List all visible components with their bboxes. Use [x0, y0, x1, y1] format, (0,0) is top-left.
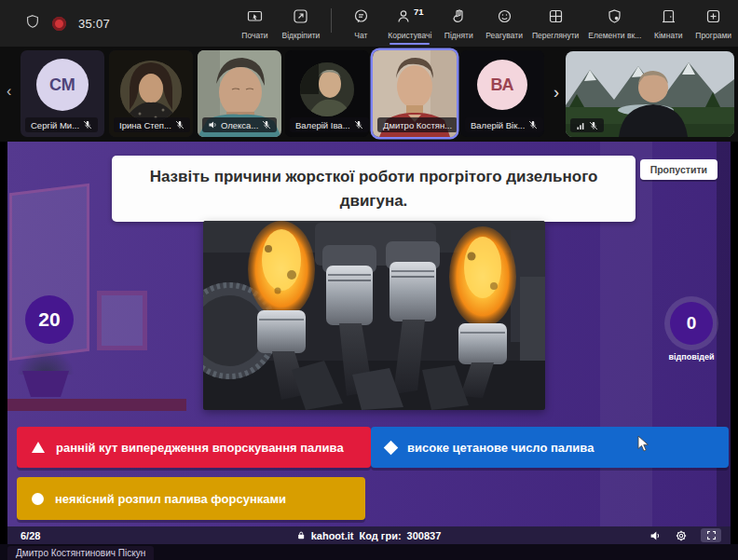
kahoot-site: kahoot.it	[311, 530, 354, 541]
scroll-left-chevron-icon[interactable]: ‹	[7, 84, 11, 99]
grid-icon	[548, 8, 564, 28]
participant-name-label: Сергій Ми...	[25, 117, 98, 132]
participant-tile-large[interactable]	[566, 51, 734, 137]
mic-off-icon	[354, 120, 363, 130]
share-screen-icon	[247, 8, 263, 28]
game-code-label: Код гри:	[360, 530, 402, 541]
answer-option-blue: високе цетанове число палива	[371, 427, 729, 468]
security-shield-icon	[25, 14, 40, 33]
mic-off-icon	[83, 120, 92, 130]
rooms-button[interactable]: Кімнати	[646, 1, 690, 46]
speaker-icon[interactable]	[649, 530, 662, 541]
teams-meeting-window: 35:07 Почати Відкріпити Чат	[0, 0, 738, 560]
popout-icon	[293, 8, 308, 28]
answer-option-yellow: неякісний розпил палива форсунками	[17, 477, 365, 520]
meeting-toolbar: 35:07 Почати Відкріпити Чат	[0, 0, 738, 47]
lock-icon	[297, 530, 306, 540]
react-button[interactable]: Реагувати	[481, 1, 527, 46]
kahoot-footer: 6/28 kahoot.it Код гри: 300837	[7, 526, 731, 544]
question-media	[203, 221, 545, 410]
active-tab-underline	[390, 43, 430, 46]
mic-off-icon	[175, 120, 184, 130]
participant-tile[interactable]: ВА Валерій Вік...	[460, 50, 544, 137]
people-icon	[396, 8, 412, 28]
chat-icon	[353, 8, 369, 28]
participant-name-label: Валерій Вік...	[465, 117, 543, 132]
raise-hand-icon	[451, 8, 467, 28]
apps-plus-icon	[705, 8, 721, 28]
footer-controls	[649, 528, 731, 542]
participant-name-label: Валерій Іва...	[290, 117, 369, 132]
rooms-icon	[661, 8, 676, 28]
participant-tile-active-speaker[interactable]: Дмитро Костян...	[373, 50, 457, 137]
avatar: СМ	[36, 59, 89, 111]
fullscreen-button[interactable]	[701, 528, 721, 542]
mic-off-icon	[589, 121, 598, 130]
mic-off-icon	[528, 120, 538, 130]
answers-count-label: відповідей	[654, 352, 729, 362]
triangle-icon	[32, 442, 45, 453]
background-plant	[17, 348, 75, 375]
participant-tile[interactable]: Ірина Степ...	[109, 50, 193, 137]
background-picture-frame	[97, 291, 147, 350]
toolbar-divider	[331, 8, 332, 33]
presenter-name-label: Дмитро Костянтинович Піскун	[7, 546, 154, 560]
question-card: Назвіть причини жорсткої роботи прогріто…	[112, 156, 636, 222]
meeting-elements-button[interactable]: Елементи вк...	[583, 1, 646, 46]
fullscreen-icon	[706, 530, 717, 540]
settings-gear-icon[interactable]	[676, 530, 687, 541]
answers-count: 0	[670, 302, 713, 345]
view-button[interactable]: Переглянути	[527, 1, 583, 46]
background-desk	[7, 399, 186, 411]
skip-button[interactable]: Пропустити	[640, 159, 718, 180]
meeting-status-area: 35:07	[0, 14, 110, 33]
apps-button[interactable]: Програми	[690, 1, 736, 46]
avatar: ВА	[477, 60, 527, 110]
mic-off-icon	[262, 120, 271, 130]
game-code: 300837	[407, 530, 442, 541]
shared-screen-kahoot: Назвіть причини жорсткої роботи прогріто…	[7, 142, 731, 526]
unpin-button[interactable]: Відкріпити	[277, 1, 324, 46]
engine-cutaway-image	[203, 221, 545, 410]
start-share-button[interactable]: Почати	[232, 1, 277, 46]
mouse-cursor	[637, 435, 649, 452]
diamond-icon	[384, 440, 399, 455]
participant-tile[interactable]: Олекса...	[198, 50, 281, 137]
chat-button[interactable]: Чат	[338, 1, 383, 46]
signal-bars-icon	[576, 121, 585, 130]
participant-name-label: Олекса...	[202, 117, 277, 132]
circle-icon	[32, 493, 44, 505]
background-plant-pot	[22, 371, 69, 397]
participant-tile[interactable]: Валерій Іва...	[285, 50, 369, 137]
countdown-timer: 20	[25, 295, 74, 344]
volume-indicator-icon	[208, 120, 217, 130]
game-code-area: kahoot.it Код гри: 300837	[297, 530, 442, 541]
meeting-timer: 35:07	[78, 17, 110, 31]
answers-counter: 0 відповідей	[654, 302, 729, 362]
participants-video-strip: ‹ СМ Сергій Ми...	[0, 47, 738, 142]
raise-hand-button[interactable]: Підняти	[436, 1, 481, 46]
participants-button[interactable]: 71 Користувачі	[383, 1, 436, 46]
shield-sparkle-icon	[607, 8, 622, 28]
participant-status-icons	[570, 118, 604, 132]
participants-count-badge: 71	[414, 7, 424, 17]
toolbar-buttons: Почати Відкріпити Чат 7	[232, 1, 738, 46]
participant-tile[interactable]: СМ Сергій Ми...	[20, 50, 104, 137]
recording-indicator-icon	[52, 17, 66, 31]
participant-name-label: Дмитро Костян...	[377, 117, 457, 132]
participant-name-label: Ірина Степ...	[114, 117, 190, 132]
question-progress: 6/28	[7, 530, 40, 541]
smiley-icon	[497, 8, 512, 28]
answer-option-red: ранній кут випередження впорскування пал…	[17, 427, 371, 468]
scroll-right-chevron-icon[interactable]: ›	[554, 84, 559, 101]
